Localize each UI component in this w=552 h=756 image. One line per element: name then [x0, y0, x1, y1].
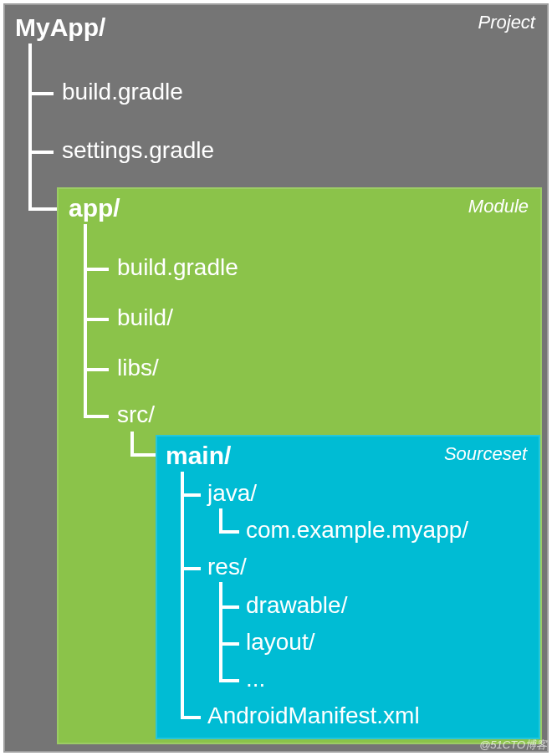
project-item-build-gradle: build.gradle [62, 79, 183, 105]
srcset-res-label: res/ [207, 554, 247, 580]
tree-line [84, 368, 109, 371]
tree-line [28, 151, 54, 154]
tree-line [84, 415, 109, 418]
module-tag: Module [468, 196, 529, 217]
tree-line [28, 43, 32, 211]
module-item-src: src/ [117, 401, 155, 428]
srcset-java-package: com.example.myapp/ [246, 517, 468, 544]
tree-line [181, 472, 184, 719]
tree-line [181, 567, 201, 570]
tree-line [181, 493, 201, 497]
watermark: @51CTO博客 [479, 738, 547, 753]
tree-line [130, 453, 156, 457]
tree-line [219, 642, 239, 646]
tree-line [28, 207, 57, 211]
tree-line [84, 224, 87, 418]
project-root-label: MyApp/ [15, 13, 105, 42]
tree-line [219, 582, 222, 682]
srcset-root-label: main/ [166, 442, 231, 470]
srcset-res-layout: layout/ [246, 629, 315, 656]
sourceset-tag: Sourceset [444, 443, 527, 465]
tree-line [84, 318, 109, 321]
srcset-manifest: AndroidManifest.xml [207, 702, 420, 729]
srcset-res-more: ... [246, 666, 265, 692]
srcset-res-drawable: drawable/ [246, 592, 347, 619]
project-tag: Project [478, 12, 535, 33]
module-item-build-gradle: build.gradle [117, 254, 238, 281]
module-item-libs: libs/ [117, 355, 159, 381]
project-item-settings-gradle: settings.gradle [62, 137, 214, 164]
tree-line [28, 92, 54, 95]
tree-line [219, 530, 239, 534]
module-root-label: app/ [69, 194, 120, 222]
tree-line [181, 716, 201, 719]
srcset-java-label: java/ [207, 480, 257, 507]
tree-line [219, 605, 239, 609]
diagram-canvas: Project Module Sourceset MyApp/ build.gr… [0, 0, 552, 756]
tree-line [84, 268, 109, 271]
module-item-build-dir: build/ [117, 304, 173, 331]
tree-line [219, 679, 239, 682]
